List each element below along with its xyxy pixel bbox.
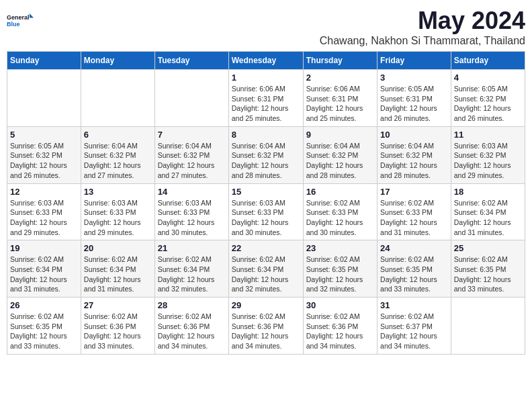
calendar-cell: 25Sunrise: 6:02 AMSunset: 6:35 PMDayligh… [451,240,525,298]
day-info: Sunrise: 6:02 AMSunset: 6:35 PMDaylight:… [380,255,448,294]
calendar-cell: 21Sunrise: 6:02 AMSunset: 6:34 PMDayligh… [154,240,228,298]
day-info: Sunrise: 6:02 AMSunset: 6:34 PMDaylight:… [10,255,78,294]
day-info: Sunrise: 6:02 AMSunset: 6:36 PMDaylight:… [158,312,226,351]
day-number: 22 [232,243,300,253]
day-info: Sunrise: 6:03 AMSunset: 6:32 PMDaylight:… [454,141,522,181]
day-number: 27 [84,300,152,310]
day-number: 16 [306,187,374,197]
day-info: Sunrise: 6:03 AMSunset: 6:33 PMDaylight:… [84,198,152,238]
weekday-header: Friday [378,52,451,70]
svg-text:General: General [7,14,30,21]
month-title: May 2024 [320,7,525,35]
day-info: Sunrise: 6:02 AMSunset: 6:35 PMDaylight:… [306,255,374,294]
day-number: 28 [158,300,226,310]
weekday-header: Monday [81,52,154,70]
logo: General Blue [7,7,34,34]
calendar-cell [7,70,81,127]
day-number: 24 [380,243,448,253]
day-number: 15 [232,187,300,197]
day-number: 25 [454,243,522,253]
day-number: 30 [306,300,374,310]
day-number: 21 [158,243,226,253]
day-info: Sunrise: 6:05 AMSunset: 6:32 PMDaylight:… [10,141,78,181]
weekday-header: Thursday [303,52,377,70]
weekday-header: Saturday [451,52,525,70]
calendar-cell: 29Sunrise: 6:02 AMSunset: 6:36 PMDayligh… [228,298,303,355]
day-number: 10 [380,130,448,140]
day-info: Sunrise: 6:04 AMSunset: 6:32 PMDaylight:… [84,141,152,181]
day-number: 14 [158,187,226,197]
calendar-cell: 30Sunrise: 6:02 AMSunset: 6:36 PMDayligh… [303,298,377,355]
calendar-cell: 15Sunrise: 6:03 AMSunset: 6:33 PMDayligh… [228,183,303,240]
weekday-header-row: SundayMondayTuesdayWednesdayThursdayFrid… [7,52,525,70]
day-info: Sunrise: 6:05 AMSunset: 6:31 PMDaylight:… [380,84,448,124]
day-info: Sunrise: 6:02 AMSunset: 6:33 PMDaylight:… [306,198,374,238]
day-info: Sunrise: 6:04 AMSunset: 6:32 PMDaylight:… [232,141,300,181]
day-info: Sunrise: 6:02 AMSunset: 6:33 PMDaylight:… [380,198,448,238]
day-info: Sunrise: 6:03 AMSunset: 6:33 PMDaylight:… [158,198,226,238]
day-number: 8 [232,130,300,140]
day-info: Sunrise: 6:04 AMSunset: 6:32 PMDaylight:… [306,141,374,181]
day-info: Sunrise: 6:02 AMSunset: 6:36 PMDaylight:… [84,312,152,351]
day-number: 5 [10,130,78,140]
day-info: Sunrise: 6:04 AMSunset: 6:32 PMDaylight:… [380,141,448,181]
calendar-cell: 9Sunrise: 6:04 AMSunset: 6:32 PMDaylight… [303,126,377,183]
calendar-cell: 12Sunrise: 6:03 AMSunset: 6:33 PMDayligh… [7,183,81,240]
day-info: Sunrise: 6:06 AMSunset: 6:31 PMDaylight:… [306,84,374,124]
calendar-cell: 18Sunrise: 6:02 AMSunset: 6:34 PMDayligh… [451,183,525,240]
calendar-cell: 11Sunrise: 6:03 AMSunset: 6:32 PMDayligh… [451,126,525,183]
day-info: Sunrise: 6:02 AMSunset: 6:35 PMDaylight:… [454,255,522,294]
calendar-cell: 19Sunrise: 6:02 AMSunset: 6:34 PMDayligh… [7,240,81,298]
title-block: May 2024 Chawang, Nakhon Si Thammarat, T… [320,7,525,47]
calendar-cell: 14Sunrise: 6:03 AMSunset: 6:33 PMDayligh… [154,183,228,240]
calendar-week-row: 5Sunrise: 6:05 AMSunset: 6:32 PMDaylight… [7,126,525,183]
day-number: 7 [158,130,226,140]
calendar-cell: 5Sunrise: 6:05 AMSunset: 6:32 PMDaylight… [7,126,81,183]
day-number: 11 [454,130,522,140]
day-info: Sunrise: 6:02 AMSunset: 6:34 PMDaylight:… [158,255,226,294]
calendar-cell: 28Sunrise: 6:02 AMSunset: 6:36 PMDayligh… [154,298,228,355]
day-number: 9 [306,130,374,140]
svg-marker-2 [30,13,34,18]
calendar-cell: 20Sunrise: 6:02 AMSunset: 6:34 PMDayligh… [81,240,154,298]
calendar-week-row: 1Sunrise: 6:06 AMSunset: 6:31 PMDaylight… [7,70,525,127]
weekday-header: Tuesday [154,52,228,70]
day-info: Sunrise: 6:02 AMSunset: 6:37 PMDaylight:… [380,312,448,351]
calendar-cell: 17Sunrise: 6:02 AMSunset: 6:33 PMDayligh… [378,183,451,240]
day-number: 29 [232,300,300,310]
calendar-cell: 4Sunrise: 6:05 AMSunset: 6:32 PMDaylight… [451,70,525,127]
day-number: 3 [380,73,448,83]
day-info: Sunrise: 6:02 AMSunset: 6:36 PMDaylight:… [232,312,300,351]
calendar-table: SundayMondayTuesdayWednesdayThursdayFrid… [7,51,525,355]
logo-svg: General Blue [7,7,34,34]
day-info: Sunrise: 6:04 AMSunset: 6:32 PMDaylight:… [158,141,226,181]
day-number: 1 [232,73,300,83]
day-info: Sunrise: 6:03 AMSunset: 6:33 PMDaylight:… [232,198,300,238]
calendar-cell: 13Sunrise: 6:03 AMSunset: 6:33 PMDayligh… [81,183,154,240]
location-title: Chawang, Nakhon Si Thammarat, Thailand [320,35,525,47]
day-number: 26 [10,300,78,310]
day-info: Sunrise: 6:03 AMSunset: 6:33 PMDaylight:… [10,198,78,238]
day-number: 2 [306,73,374,83]
calendar-week-row: 12Sunrise: 6:03 AMSunset: 6:33 PMDayligh… [7,183,525,240]
calendar-cell [81,70,154,127]
day-number: 17 [380,187,448,197]
day-number: 6 [84,130,152,140]
day-info: Sunrise: 6:02 AMSunset: 6:35 PMDaylight:… [10,312,78,351]
day-number: 20 [84,243,152,253]
day-info: Sunrise: 6:02 AMSunset: 6:34 PMDaylight:… [84,255,152,294]
day-info: Sunrise: 6:02 AMSunset: 6:34 PMDaylight:… [454,198,522,238]
calendar-cell: 7Sunrise: 6:04 AMSunset: 6:32 PMDaylight… [154,126,228,183]
day-info: Sunrise: 6:06 AMSunset: 6:31 PMDaylight:… [232,84,300,124]
day-info: Sunrise: 6:02 AMSunset: 6:34 PMDaylight:… [232,255,300,294]
day-number: 12 [10,187,78,197]
weekday-header: Sunday [7,52,81,70]
calendar-cell [451,298,525,355]
calendar-week-row: 26Sunrise: 6:02 AMSunset: 6:35 PMDayligh… [7,298,525,355]
calendar-cell [154,70,228,127]
svg-text:Blue: Blue [7,21,20,28]
day-number: 19 [10,243,78,253]
calendar-cell: 31Sunrise: 6:02 AMSunset: 6:37 PMDayligh… [378,298,451,355]
calendar-cell: 24Sunrise: 6:02 AMSunset: 6:35 PMDayligh… [378,240,451,298]
day-info: Sunrise: 6:05 AMSunset: 6:32 PMDaylight:… [454,84,522,124]
